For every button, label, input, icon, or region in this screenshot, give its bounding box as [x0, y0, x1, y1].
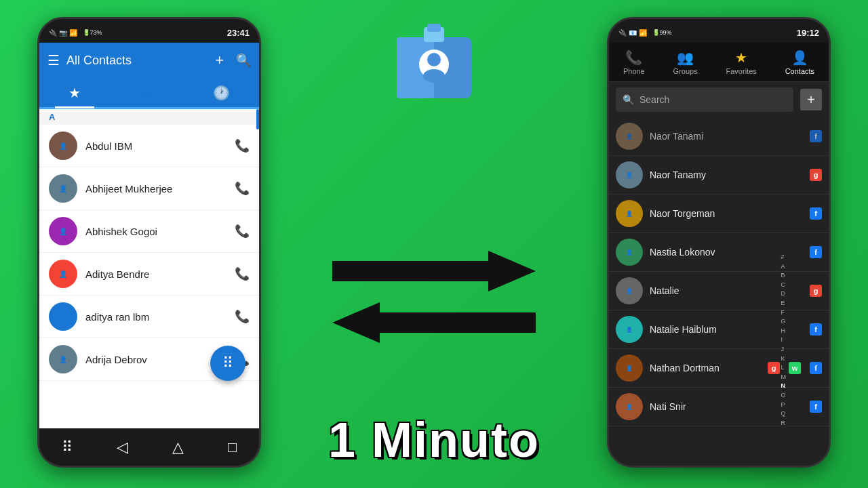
tab-favorites[interactable]: ★	[55, 79, 94, 108]
fb-badge: f	[810, 130, 822, 142]
list-item[interactable]: 👤 Aditya Bendre 📞	[39, 253, 259, 296]
left-tab-bar: ★ 👤 🕐	[39, 78, 259, 109]
bottom-text: 1 Minuto	[328, 412, 540, 468]
svg-marker-8	[332, 302, 536, 343]
svg-rect-6	[427, 24, 441, 32]
nav-menu-icon[interactable]: ⠿	[62, 439, 73, 456]
contact-name: Natalie Haiblum	[650, 324, 801, 335]
list-item[interactable]: 👤 Abhishek Gogoi 📞	[39, 210, 259, 253]
right-status-bar: 🔌 📧 📶 🔋99% 19:12	[609, 19, 829, 43]
menu-icon[interactable]: ☰	[47, 52, 60, 68]
alpha-a[interactable]: A	[781, 262, 787, 271]
alpha-g[interactable]: G	[781, 317, 787, 326]
call-icon[interactable]: 📞	[235, 266, 250, 281]
list-item[interactable]: 👤 Abdul IBM 📞	[39, 125, 259, 167]
alpha-l[interactable]: L	[781, 363, 787, 372]
section-a: A	[39, 109, 259, 125]
nav-recents-icon[interactable]: □	[228, 439, 237, 456]
fb-badge: f	[810, 323, 822, 336]
contact-list-right: 👤 Naor Tanami f 👤 Naor Tanamy g 👤 Naor T…	[609, 117, 829, 426]
search-row: 🔍 Search +	[609, 82, 829, 117]
avatar: 👤	[616, 277, 643, 304]
fb-badge: f	[810, 362, 822, 374]
alpha-p[interactable]: P	[781, 401, 787, 409]
alpha-q[interactable]: Q	[781, 409, 787, 418]
fb-badge: f	[810, 401, 822, 413]
avatar: 👤	[49, 174, 77, 203]
list-item[interactable]: 👤 Naor Tanami f	[609, 117, 829, 156]
left-phone: 🔌 📷 📶 🔋73% 23:41 ☰ All Contacts + 🔍 ★ 👤 …	[37, 17, 261, 468]
list-item[interactable]: 👤 Nati Snir f	[609, 388, 829, 426]
right-tab-bar: 📞 Phone 👥 Groups ★ Favorites 👤 Contacts	[609, 43, 829, 82]
arrow-left	[332, 302, 536, 346]
fb-badge: f	[810, 246, 822, 258]
tab-phone[interactable]: 📞 Phone	[623, 49, 645, 75]
search-input[interactable]: Search	[639, 94, 787, 105]
alpha-r[interactable]: R	[781, 419, 787, 426]
left-nav-bar: ⠿ ◁ △ □	[39, 428, 259, 466]
nav-home-icon[interactable]: △	[172, 439, 184, 456]
google-badge: g	[810, 285, 822, 297]
alpha-m[interactable]: M	[781, 373, 787, 382]
list-item[interactable]: 👤 Nathan Dortman g w f	[609, 349, 829, 388]
avatar: 👤	[616, 354, 643, 382]
contact-name: aditya ran lbm	[85, 311, 226, 323]
avatar: 👤	[616, 393, 643, 420]
tab-favorites-right[interactable]: ★ Favorites	[726, 49, 757, 75]
alpha-i[interactable]: I	[781, 336, 787, 344]
right-screen: 📞 Phone 👥 Groups ★ Favorites 👤 Contacts …	[609, 43, 829, 466]
alpha-n[interactable]: N	[781, 382, 787, 390]
add-contact-button-right[interactable]: +	[800, 89, 822, 110]
tab-recents[interactable]: 🕐	[199, 79, 243, 106]
search-icon[interactable]: 🔍	[236, 53, 251, 68]
list-item[interactable]: 👤 Naor Torgeman f	[609, 195, 829, 233]
call-icon[interactable]: 📞	[235, 138, 250, 153]
alpha-e[interactable]: E	[781, 299, 787, 308]
alpha-o[interactable]: O	[781, 391, 787, 400]
alpha-j[interactable]: J	[781, 345, 787, 354]
alpha-h[interactable]: H	[781, 327, 787, 336]
google-badge: g	[768, 362, 780, 374]
list-item[interactable]: 👤 Abhijeet Mukherjee 📞	[39, 167, 259, 210]
add-contact-icon[interactable]: +	[215, 52, 224, 69]
call-icon[interactable]: 📞	[235, 224, 250, 239]
alpha-k[interactable]: K	[781, 354, 787, 363]
list-item[interactable]: 👤 Natalie g	[609, 272, 829, 310]
left-screen: ☰ All Contacts + 🔍 ★ 👤 🕐 A 👤 Abdul IBM 📞	[39, 43, 259, 428]
tab-contacts-right[interactable]: 👤 Contacts	[785, 49, 814, 75]
list-item[interactable]: 👤 Naor Tanamy g	[609, 156, 829, 195]
svg-point-3	[427, 53, 441, 66]
list-item[interactable]: 👤 Natalie Haiblum f	[609, 310, 829, 349]
contact-name: Adrija Debrov	[85, 354, 226, 365]
arrows-container	[332, 183, 536, 346]
alpha-b[interactable]: B	[781, 271, 787, 280]
avatar: 👤	[616, 123, 643, 150]
fb-badge: f	[810, 207, 822, 220]
avatar: 👤	[49, 345, 77, 373]
avatar: 👤	[49, 217, 77, 245]
alphabet-index[interactable]: # A B C D E F G H I J K L M N O P Q R S	[781, 253, 787, 426]
fab-add-button[interactable]: ⠿	[210, 346, 245, 381]
tab-contacts[interactable]: 👤	[125, 79, 169, 106]
avatar: 👤	[49, 131, 77, 160]
search-bar[interactable]: 🔍 Search	[616, 87, 793, 112]
contact-name: Natalie	[650, 285, 801, 296]
alpha-c[interactable]: C	[781, 281, 787, 289]
call-icon[interactable]: 📞	[235, 181, 250, 196]
nav-back-icon[interactable]: ◁	[117, 439, 128, 456]
alpha-hash[interactable]: #	[781, 253, 787, 262]
svg-point-4	[423, 69, 445, 83]
list-item[interactable]: 👤 aditya ran lbm 📞	[39, 296, 259, 338]
arrow-right	[332, 251, 536, 294]
list-item[interactable]: 👤 Nastia Lokonov f	[609, 233, 829, 272]
contact-name: Aditya Bendre	[85, 268, 226, 280]
avatar: 👤	[49, 260, 77, 288]
alpha-d[interactable]: D	[781, 289, 787, 298]
contact-name: Naor Tanamy	[650, 169, 801, 180]
alpha-f[interactable]: F	[781, 308, 787, 317]
tab-groups[interactable]: 👥 Groups	[673, 49, 698, 75]
contact-name: Nathan Dortman	[650, 363, 759, 373]
call-icon[interactable]: 📞	[235, 309, 250, 324]
contact-list-left: A 👤 Abdul IBM 📞 👤 Abhijeet Mukherjee 📞 👤	[39, 109, 259, 428]
search-icon-right: 🔍	[623, 94, 634, 105]
